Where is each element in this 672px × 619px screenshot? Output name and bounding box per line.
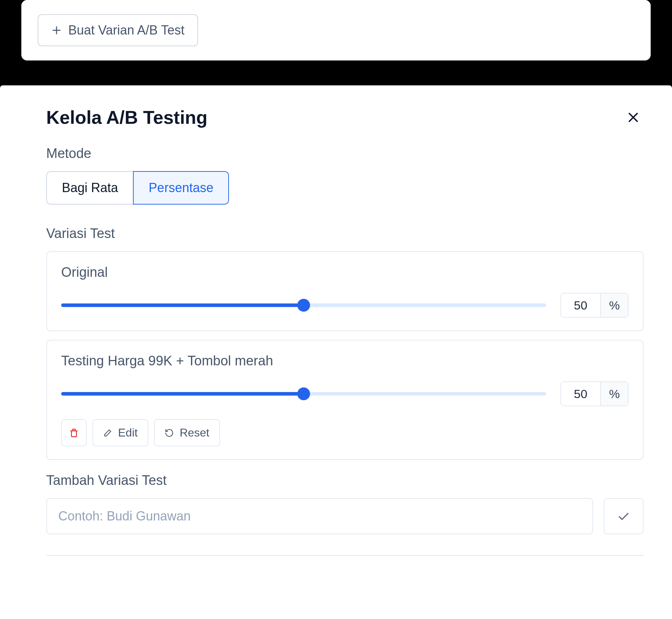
modal-title: Kelola A/B Testing <box>46 107 208 128</box>
method-percentage-option[interactable]: Persentase <box>133 171 229 205</box>
add-variation-label: Tambah Variasi Test <box>46 473 644 488</box>
close-button[interactable] <box>623 107 644 128</box>
method-section: Metode Bagi Rata Persentase <box>46 146 644 226</box>
percentage-slider[interactable] <box>61 300 546 311</box>
variation-name: Original <box>61 265 629 280</box>
percentage-input-group: % <box>560 381 629 406</box>
add-variation-row <box>46 498 644 534</box>
top-card: Buat Varian A/B Test <box>21 0 651 60</box>
variations-section: Variasi Test Original % Testing Harga 99… <box>46 226 644 460</box>
percentage-input-group: % <box>560 293 629 318</box>
slider-row: % <box>61 381 629 406</box>
pencil-icon <box>103 428 112 438</box>
modal-header: Kelola A/B Testing <box>46 107 644 128</box>
reset-variation-button[interactable]: Reset <box>154 419 220 446</box>
variation-actions: Edit Reset <box>61 419 629 446</box>
variation-card-original: Original % <box>46 251 644 331</box>
create-variant-label: Buat Varian A/B Test <box>68 23 185 38</box>
delete-variation-button[interactable] <box>61 419 87 446</box>
method-equal-option[interactable]: Bagi Rata <box>46 171 133 205</box>
variation-card-testing: Testing Harga 99K + Tombol merah % <box>46 340 644 460</box>
reset-icon <box>165 428 174 438</box>
trash-icon <box>69 428 79 438</box>
variations-label: Variasi Test <box>46 226 644 241</box>
edit-label: Edit <box>118 426 138 439</box>
reset-label: Reset <box>180 426 209 439</box>
check-icon <box>617 510 630 523</box>
add-variation-section: Tambah Variasi Test <box>46 473 644 534</box>
percent-suffix: % <box>600 382 628 406</box>
percent-suffix: % <box>600 293 628 317</box>
create-variant-button[interactable]: Buat Varian A/B Test <box>38 14 198 46</box>
slider-row: % <box>61 293 629 318</box>
confirm-add-button[interactable] <box>604 498 644 534</box>
percentage-input[interactable] <box>561 293 600 317</box>
method-label: Metode <box>46 146 644 161</box>
percentage-input[interactable] <box>561 382 600 406</box>
percentage-slider[interactable] <box>61 388 546 400</box>
divider <box>46 555 644 556</box>
plus-icon <box>51 25 62 36</box>
ab-testing-modal: Kelola A/B Testing Metode Bagi Rata Pers… <box>0 85 672 619</box>
variation-name: Testing Harga 99K + Tombol merah <box>61 353 629 369</box>
close-icon <box>626 111 640 124</box>
add-variation-input[interactable] <box>46 498 593 534</box>
edit-variation-button[interactable]: Edit <box>92 419 148 446</box>
method-segment-group: Bagi Rata Persentase <box>46 171 229 205</box>
